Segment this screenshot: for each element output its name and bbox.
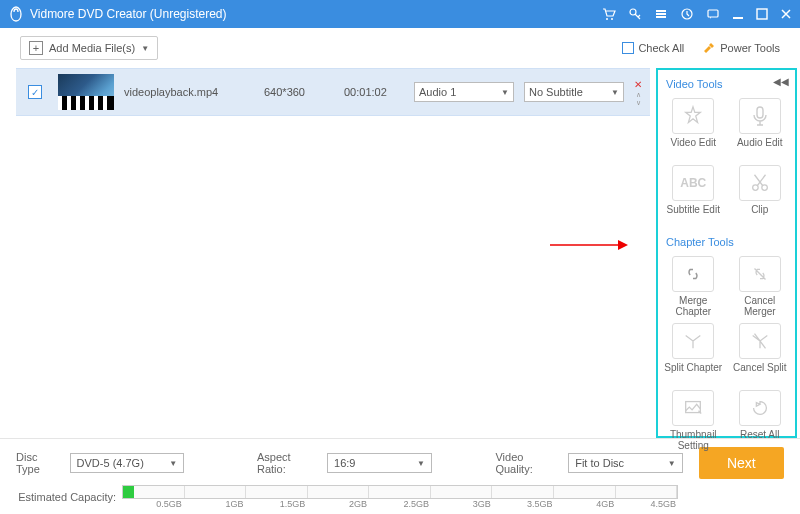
chevron-down-icon: ▼ — [611, 88, 619, 97]
chevron-down-icon: ▼ — [141, 44, 149, 53]
capacity-label: Estimated Capacity: — [16, 491, 116, 503]
reset-all-tool[interactable]: Reset All — [729, 388, 792, 453]
svg-rect-10 — [757, 107, 763, 118]
capacity-tick: 1.5GB — [246, 499, 308, 509]
capacity-tick: 2.5GB — [369, 499, 431, 509]
close-icon[interactable] — [780, 8, 792, 20]
svg-rect-5 — [656, 16, 666, 18]
cancel-split-tool[interactable]: Cancel Split — [729, 321, 792, 386]
split-chapter-tool[interactable]: Split Chapter — [662, 321, 725, 386]
chapter-tools-title: Chapter Tools — [666, 236, 787, 248]
collapse-icon[interactable]: ◀◀ — [773, 76, 789, 87]
disc-type-label: Disc Type — [16, 451, 62, 475]
window-title: Vidmore DVD Creator (Unregistered) — [30, 7, 602, 21]
add-media-button[interactable]: + Add Media File(s) ▼ — [20, 36, 158, 60]
capacity-tick: 1GB — [184, 499, 246, 509]
video-tools-title: Video Tools — [666, 78, 787, 90]
maximize-icon[interactable] — [756, 8, 768, 20]
svg-point-0 — [606, 18, 608, 20]
audio-select[interactable]: Audio 1 ▼ — [414, 82, 514, 102]
chevron-down-icon: ▼ — [501, 88, 509, 97]
svg-rect-7 — [708, 10, 718, 17]
media-row[interactable]: ✓ videoplayback.mp4 640*360 00:01:02 Aud… — [16, 68, 650, 116]
move-down-icon[interactable]: ∨ — [636, 99, 641, 106]
history-icon[interactable] — [680, 7, 694, 21]
menu-icon[interactable] — [654, 7, 668, 21]
media-list: ✓ videoplayback.mp4 640*360 00:01:02 Aud… — [16, 68, 650, 438]
svg-rect-9 — [757, 9, 767, 19]
svg-rect-8 — [733, 17, 743, 19]
video-edit-tool[interactable]: Video Edit — [662, 96, 725, 161]
capacity-tick: 3.5GB — [493, 499, 555, 509]
move-up-icon[interactable]: ∧ — [636, 91, 641, 98]
add-media-label: Add Media File(s) — [49, 42, 135, 54]
subtitle-value: No Subtitle — [529, 86, 583, 98]
cancel-merge-tool[interactable]: Cancel Merger — [729, 254, 792, 319]
power-tools-label: Power Tools — [720, 42, 780, 54]
capacity-tick: 2GB — [307, 499, 369, 509]
video-quality-select[interactable]: Fit to Disc▼ — [568, 453, 683, 473]
app-logo-icon — [8, 6, 24, 22]
remove-icon[interactable]: ✕ — [634, 79, 642, 90]
check-all-toggle[interactable]: Check All — [622, 42, 684, 54]
svg-rect-4 — [656, 13, 666, 15]
toolbar: + Add Media File(s) ▼ Check All Power To… — [0, 28, 800, 68]
titlebar: Vidmore DVD Creator (Unregistered) — [0, 0, 800, 28]
capacity-tick: 4.5GB — [616, 499, 678, 509]
check-all-label: Check All — [638, 42, 684, 54]
checkbox-icon — [622, 42, 634, 54]
audio-edit-tool[interactable]: Audio Edit — [729, 96, 792, 161]
svg-marker-15 — [618, 240, 628, 250]
thumbnail-setting-tool[interactable]: Thumbnail Setting — [662, 388, 725, 453]
audio-value: Audio 1 — [419, 86, 456, 98]
power-tools-button[interactable]: Power Tools — [702, 41, 780, 55]
row-checkbox[interactable]: ✓ — [28, 85, 42, 99]
feedback-icon[interactable] — [706, 7, 720, 21]
cart-icon[interactable] — [602, 7, 616, 21]
tools-panel: ◀◀ Video Tools Video Edit Audio Edit ABC… — [656, 68, 797, 438]
subtitle-edit-tool[interactable]: ABC Subtitle Edit — [662, 163, 725, 228]
aspect-ratio-label: Aspect Ratio: — [257, 451, 319, 475]
aspect-ratio-select[interactable]: 16:9▼ — [327, 453, 432, 473]
clip-tool[interactable]: Clip — [729, 163, 792, 228]
subtitle-select[interactable]: No Subtitle ▼ — [524, 82, 624, 102]
key-icon[interactable] — [628, 7, 642, 21]
plus-icon: + — [29, 41, 43, 55]
capacity-tick: 0.5GB — [122, 499, 184, 509]
merge-chapter-tool[interactable]: Merge Chapter — [662, 254, 725, 319]
video-thumbnail[interactable] — [58, 74, 114, 110]
file-name: videoplayback.mp4 — [124, 86, 254, 98]
disc-type-select[interactable]: DVD-5 (4.7G)▼ — [70, 453, 185, 473]
video-quality-label: Video Quality: — [495, 451, 560, 475]
svg-point-1 — [611, 18, 613, 20]
capacity-bar — [122, 485, 678, 499]
wrench-icon — [702, 41, 716, 55]
minimize-icon[interactable] — [732, 8, 744, 20]
capacity-tick: 3GB — [431, 499, 493, 509]
svg-rect-3 — [656, 10, 666, 12]
resolution: 640*360 — [264, 86, 334, 98]
capacity-tick: 4GB — [554, 499, 616, 509]
duration: 00:01:02 — [344, 86, 404, 98]
annotation-arrow-icon — [550, 238, 630, 252]
